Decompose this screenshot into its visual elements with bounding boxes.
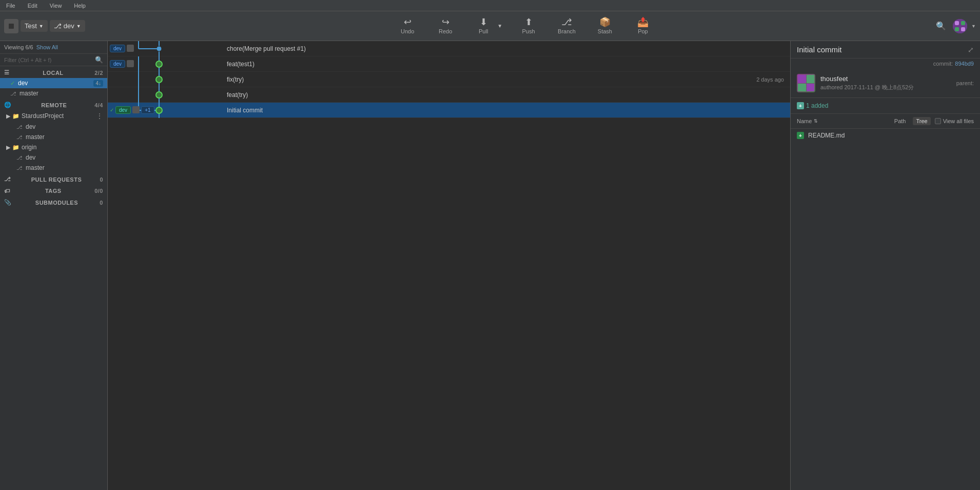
sort-icon: ⇅ xyxy=(814,119,818,124)
branch-icon: ⎇ xyxy=(54,22,62,30)
remote-section-count: 4/4 xyxy=(94,102,103,108)
submodules-section-header[interactable]: 📎 SUBMODULES 0 xyxy=(0,196,107,208)
local-section-icon: ☰ xyxy=(4,69,10,76)
viewing-label: Viewing 6/6 xyxy=(4,44,33,50)
user-avatar[interactable] xyxy=(953,19,967,33)
remote-origin-master[interactable]: ⎇ master xyxy=(0,163,107,173)
commit-graph-4 xyxy=(108,87,221,103)
detail-stats: + 1 added xyxy=(791,98,980,114)
filter-input[interactable] xyxy=(4,57,93,63)
local-master-name: master xyxy=(19,90,38,97)
detail-files-header: Name ⇅ Path Tree View all files xyxy=(791,114,980,129)
remote-group-origin[interactable]: ▶ 📁 origin xyxy=(0,142,107,152)
menu-bar: File Edit View Help xyxy=(0,0,980,11)
remote-stardustproject-master[interactable]: ⎇ master xyxy=(0,132,107,142)
svg-point-16 xyxy=(156,76,162,83)
menu-edit[interactable]: Edit xyxy=(26,2,40,10)
author-avatar xyxy=(797,74,815,92)
commit5-plus1: +1 xyxy=(141,106,154,114)
added-icon: + xyxy=(797,102,804,109)
detail-commit-ref: commit: 894bd9 xyxy=(791,58,980,69)
search-button[interactable]: 🔍 xyxy=(933,18,949,34)
remote-section-header[interactable]: 🌐 REMOTE 4/4 xyxy=(0,99,107,110)
pull-requests-section-header[interactable]: ⎇ PULL REQUESTS 0 xyxy=(0,173,107,185)
branch-toolbar-icon: ⎇ xyxy=(561,17,572,27)
detail-expand-icon[interactable]: ⤢ xyxy=(968,46,974,54)
commit-time-3: 2 days ago xyxy=(756,76,784,83)
branch-button[interactable]: ⎇ Branch xyxy=(554,15,580,36)
menu-help[interactable]: Help xyxy=(72,2,88,10)
stash-icon: 📦 xyxy=(599,17,611,27)
commit-message-5: Initial commit xyxy=(227,107,784,114)
local-dev-name: dev xyxy=(18,80,28,87)
added-badge: + 1 added xyxy=(797,102,828,109)
detail-panel: Initial commit ⤢ commit: 894bd9 thousfee… xyxy=(790,41,980,490)
view-all-files-button[interactable]: View all files xyxy=(935,118,974,124)
redo-icon: ↪ xyxy=(442,17,449,27)
local-master-icon: ⎇ xyxy=(10,91,16,96)
commit1-icon xyxy=(127,45,134,52)
local-branch-dev[interactable]: ✓ dev 4↓ xyxy=(0,78,107,88)
commit-row-3[interactable]: fix(try) 2 days ago xyxy=(108,72,790,87)
files-name-label: Name xyxy=(797,118,812,124)
commit-row-1[interactable]: dev chore(Merge pull request #1) xyxy=(108,41,790,56)
submodules-count: 0 xyxy=(100,200,103,206)
svg-rect-1 xyxy=(9,24,14,29)
repo-selector[interactable]: Test ▼ xyxy=(21,20,48,32)
svg-rect-2 xyxy=(953,19,967,33)
commit-row-4[interactable]: feat(try) xyxy=(108,87,790,103)
commit-message-2: feat(test1) xyxy=(227,61,784,68)
file-row-readme[interactable]: + README.md xyxy=(791,129,980,142)
pop-button[interactable]: 📤 Pop xyxy=(630,15,656,36)
tags-icon: 🏷 xyxy=(4,188,10,194)
pull-dropdown-arrow[interactable]: ▼ xyxy=(496,21,503,31)
commit-row-5[interactable]: ✓ dev +1 Initial commit xyxy=(108,103,790,118)
remote-group-stardustproject[interactable]: ▶ 📁 StardustProject ⋮ xyxy=(0,110,107,122)
remote-origin-name: origin xyxy=(22,144,36,151)
commit-message-1: chore(Merge pull request #1) xyxy=(227,45,784,52)
menu-view[interactable]: View xyxy=(48,2,64,10)
commit5-branch-dev: dev xyxy=(115,106,131,114)
svg-point-13 xyxy=(156,61,162,67)
pull-requests-icon: ⎇ xyxy=(4,176,11,183)
local-branch-master[interactable]: ⎇ master xyxy=(0,88,107,99)
remote-group-more-btn[interactable]: ⋮ xyxy=(96,112,103,120)
remote-stardustproject-dev[interactable]: ⎇ dev xyxy=(0,122,107,132)
toolbar: Test ▼ ⎇ dev ▼ ↩ Undo ↪ Redo ⬇ Pull ▼ ⬆ … xyxy=(0,11,980,41)
commit2-icon xyxy=(127,60,134,67)
pull-button[interactable]: ⬇ Pull xyxy=(471,15,496,36)
tags-count: 0/0 xyxy=(94,188,103,194)
pull-icon: ⬇ xyxy=(480,17,487,27)
view-all-checkbox[interactable] xyxy=(935,118,941,124)
repo-name: Test xyxy=(25,22,37,30)
commit5-icon xyxy=(132,106,140,113)
menu-file[interactable]: File xyxy=(4,2,17,10)
local-section-count: 2/2 xyxy=(94,70,103,76)
undo-button[interactable]: ↩ Undo xyxy=(395,15,420,36)
local-section-header[interactable]: ☰ LOCAL 2/2 xyxy=(0,66,107,78)
svg-point-19 xyxy=(156,92,162,98)
branch-selector[interactable]: ⎇ dev ▼ xyxy=(50,20,85,32)
files-tree-button[interactable]: Tree xyxy=(913,117,930,125)
remote-section-label: REMOTE xyxy=(41,102,67,108)
remote-origin-dev[interactable]: ⎇ dev xyxy=(0,152,107,163)
avatar-pixel-2 xyxy=(807,75,815,83)
remote-origin-icon: ▶ xyxy=(6,144,10,151)
tags-section-header[interactable]: 🏷 TAGS 0/0 xyxy=(0,185,107,196)
stash-button[interactable]: 📦 Stash xyxy=(592,15,618,36)
show-all-link[interactable]: Show All xyxy=(36,44,58,50)
files-col-name: Name ⇅ xyxy=(797,118,887,124)
push-button[interactable]: ⬆ Push xyxy=(516,15,541,36)
pop-label: Pop xyxy=(638,28,648,34)
active-branch-check: ✓ xyxy=(10,80,15,87)
avatar-dropdown[interactable]: ▼ xyxy=(971,24,976,29)
remote-master-icon: ⎇ xyxy=(16,134,23,140)
commit1-branch-dev: dev xyxy=(110,45,125,52)
redo-button[interactable]: ↪ Redo xyxy=(433,15,458,36)
commit-row-2[interactable]: dev feat(test1) xyxy=(108,56,790,72)
detail-author: thousfeet authored 2017-11-11 @ 晚上8点52分 … xyxy=(791,69,980,98)
files-path-button[interactable]: Path xyxy=(891,117,909,125)
commit-graph-2: dev xyxy=(108,56,221,72)
commit-info-1: chore(Merge pull request #1) xyxy=(221,45,790,52)
svg-rect-6 xyxy=(961,27,965,31)
